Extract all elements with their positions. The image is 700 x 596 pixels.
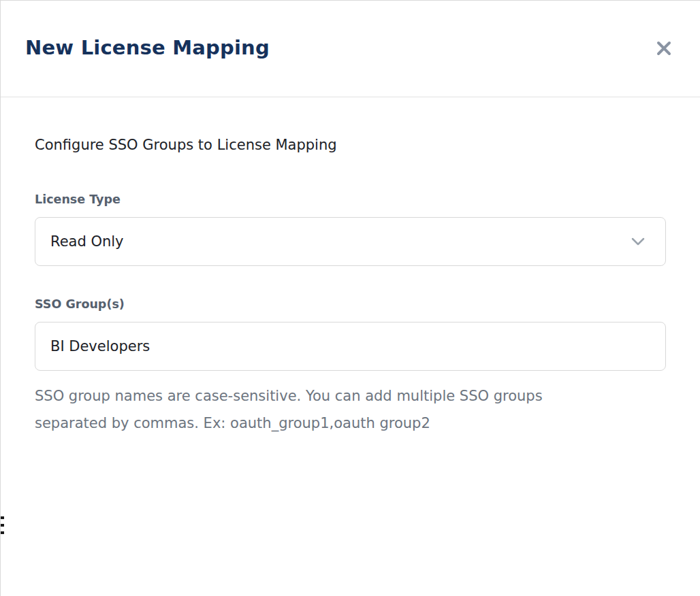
close-button[interactable] [654,39,674,59]
background-list-icon-edge [1,516,4,534]
dialog-subtitle: Configure SSO Groups to License Mapping [35,137,666,153]
license-type-label: License Type [35,193,666,206]
sso-groups-value: BI Developers [50,338,150,354]
license-type-selected-value: Read Only [50,233,630,250]
dialog-header: New License Mapping [1,1,700,97]
new-license-mapping-dialog: New License Mapping Configure SSO Groups… [0,0,700,596]
sso-groups-help-text: SSO group names are case-sensitive. You … [35,383,600,437]
sso-groups-label: SSO Group(s) [35,297,666,311]
dialog-body: Configure SSO Groups to License Mapping … [1,97,700,437]
chevron-down-icon [630,233,646,250]
close-icon [656,40,672,59]
sso-groups-input[interactable]: BI Developers [35,322,666,371]
license-type-dropdown[interactable]: Read Only [35,217,666,266]
dialog-title: New License Mapping [25,36,270,59]
